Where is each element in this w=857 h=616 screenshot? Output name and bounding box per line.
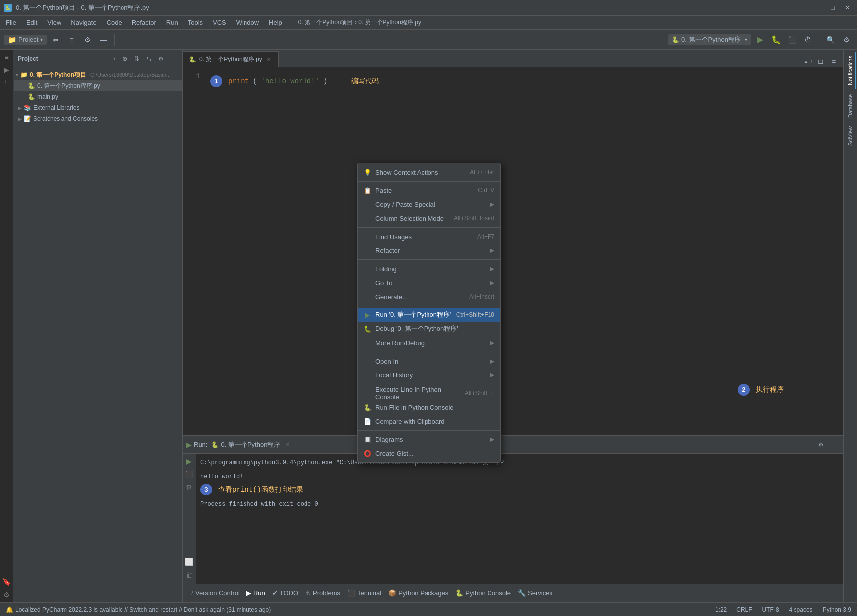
ctx-debug[interactable]: 🐛 Debug '0. 第一个Python程序' — [358, 322, 500, 336]
search-everywhere-button[interactable]: 🔍 — [823, 33, 837, 47]
status-language[interactable]: Python 3.9 — [821, 606, 853, 613]
maximize-button[interactable]: □ — [828, 4, 838, 11]
git-icon[interactable]: ⑂ — [1, 77, 12, 88]
editor-tab-active[interactable]: 🐍 0. 第一个Python程序.py ✕ — [183, 51, 279, 67]
locate-in-tree-button[interactable]: ⊕ — [120, 53, 130, 64]
recent-files-button[interactable]: ≡ — [828, 56, 839, 67]
run-trash-icon[interactable]: 🗑 — [184, 569, 195, 580]
status-encoding[interactable]: UTF-8 — [760, 606, 781, 613]
ctx-column-selection[interactable]: Column Selection Mode Alt+Shift+Insert — [358, 211, 500, 225]
menu-window[interactable]: Window — [232, 18, 263, 27]
ctx-diagrams[interactable]: 🔲 Diagrams ▶ — [358, 432, 500, 446]
project-selector[interactable]: 📁 Project ▾ — [4, 35, 47, 45]
tree-item-py2[interactable]: 🐍 main.py — [14, 91, 182, 102]
menu-help[interactable]: Help — [265, 18, 286, 27]
menu-edit[interactable]: Edit — [22, 18, 41, 27]
expand-all-button[interactable]: ⇔ — [49, 33, 62, 47]
database-panel[interactable]: Database — [845, 90, 856, 122]
run-button[interactable]: ▶ — [753, 33, 767, 47]
annotation-2-text: 执行程序 — [756, 385, 784, 394]
indent-label: 4 spaces — [789, 606, 813, 613]
tree-item-scratches[interactable]: ▶ 📝 Scratches and Consoles — [14, 113, 182, 124]
run-configuration-selector[interactable]: 🐍 0. 第一个Python程序 ▾ — [668, 34, 751, 45]
tab-todo[interactable]: ✔ TODO — [269, 588, 301, 598]
ctx-run[interactable]: ▶ Run '0. 第一个Python程序' Ctrl+Shift+F10 — [358, 308, 500, 322]
ctx-compare-clipboard[interactable]: 📄 Compare with Clipboard — [358, 414, 500, 428]
structure-icon[interactable]: ≡ — [1, 52, 12, 62]
tree-settings-button[interactable]: ⚙ — [155, 53, 166, 64]
menu-file[interactable]: File — [2, 18, 20, 27]
ctx-show-context-actions[interactable]: 💡 Show Context Actions Alt+Enter — [358, 165, 500, 179]
close-button[interactable]: ✕ — [842, 4, 853, 11]
tab-python-packages[interactable]: 📦 Python Packages — [385, 588, 451, 598]
expand-tree-button[interactable]: ⇅ — [131, 53, 142, 64]
tab-label: 0. 第一个Python程序.py — [199, 55, 262, 63]
collapse-tree-button[interactable]: ⇆ — [143, 53, 154, 64]
tree-item-external-libs[interactable]: ▶ 📚 External Libraries — [14, 102, 182, 113]
menu-tools[interactable]: Tools — [184, 18, 207, 27]
run-close-button[interactable]: ✕ — [284, 441, 291, 448]
hide-sidebar-button[interactable]: — — [167, 53, 178, 64]
split-editor-button[interactable]: ⊟ — [815, 56, 826, 67]
menu-view[interactable]: View — [43, 18, 65, 27]
ctx-refactor[interactable]: Refactor ▶ — [358, 244, 500, 257]
notification-text: Localized PyCharm 2022.2.3 is available … — [15, 606, 271, 613]
run-panel-icon[interactable]: ▶ — [1, 64, 12, 75]
tree-item-main-py[interactable]: 🐍 0. 第一个Python程序.py — [14, 80, 182, 91]
minimize-button[interactable]: — — [811, 4, 824, 11]
bottom-gutter-icon[interactable]: ⚙ — [1, 589, 12, 600]
settings-button[interactable]: ⚙ — [80, 33, 94, 47]
profile-button[interactable]: ⏱ — [801, 33, 815, 47]
ctx-goto[interactable]: Go To ▶ — [358, 276, 500, 290]
menu-refactor[interactable]: Refactor — [128, 18, 160, 27]
ctx-paste[interactable]: 📋 Paste Ctrl+V — [358, 184, 500, 197]
bottom-tabs-bar: ⑂ Version Control ▶ Run ✔ TODO ⚠ Problem… — [183, 584, 843, 602]
status-position[interactable]: 1:22 — [713, 606, 729, 613]
menu-code[interactable]: Code — [103, 18, 126, 27]
tab-python-console[interactable]: 🐍 Python Console — [452, 588, 514, 598]
tab-close-button[interactable]: ✕ — [265, 56, 272, 63]
encoding-label: UTF-8 — [762, 606, 779, 613]
ctx-more-run-debug[interactable]: More Run/Debug ▶ — [358, 336, 500, 350]
tab-problems[interactable]: ⚠ Problems — [302, 588, 343, 598]
run-settings-button[interactable]: ⚙ — [815, 439, 826, 450]
coverage-button[interactable]: ⬛ — [785, 33, 799, 47]
run-collapse-button[interactable]: — — [828, 439, 839, 450]
tab-services[interactable]: 🔧 Services — [515, 588, 555, 598]
ctx-open-in[interactable]: Open In ▶ — [358, 354, 500, 368]
ctx-run-file-console[interactable]: 🐍 Run File in Python Console — [358, 400, 500, 414]
tab-version-control[interactable]: ⑂ Version Control — [186, 588, 243, 598]
code-keyword-print: print — [228, 76, 249, 87]
minimize-panel-button[interactable]: — — [96, 33, 110, 47]
menu-navigate[interactable]: Navigate — [67, 18, 100, 27]
collapse-button[interactable]: ≡ — [64, 33, 78, 47]
settings-gear-button[interactable]: ⚙ — [839, 33, 853, 47]
bookmark-icon[interactable]: 🔖 — [1, 576, 12, 587]
tree-root[interactable]: ▾ 📁 0. 第一个Python项目 C:\Users\13600\Deskto… — [14, 69, 182, 80]
run-scroll-icon[interactable]: ⬜ — [184, 556, 195, 567]
ctx-execute-line[interactable]: Execute Line in Python Console Alt+Shift… — [358, 386, 500, 400]
run-play-icon[interactable]: ▶ — [184, 456, 195, 467]
editor-content[interactable]: 1 1 print('hello world!') 编写代码 2 执行程序 — [183, 67, 843, 435]
tab-terminal[interactable]: ⬛ Terminal — [344, 588, 384, 598]
ctx-folding[interactable]: Folding ▶ — [358, 262, 500, 276]
ctx-create-gist[interactable]: ⭕ Create Gist... — [358, 446, 500, 460]
run-settings2-icon[interactable]: ⚙ — [184, 482, 195, 493]
code-area[interactable]: 1 print('hello world!') 编写代码 — [206, 71, 843, 91]
sciview-panel[interactable]: SciView — [845, 123, 856, 150]
ctx-copy-paste-special[interactable]: Copy / Paste Special ▶ — [358, 197, 500, 211]
compare-clipboard-icon: 📄 — [364, 417, 371, 425]
status-notification[interactable]: 🔔 Localized PyCharm 2022.2.3 is availabl… — [4, 606, 273, 613]
run-stop-icon[interactable]: ⬛ — [184, 469, 195, 480]
ctx-generate[interactable]: Generate... Alt+Insert — [358, 290, 500, 304]
status-line-sep[interactable]: CRLF — [735, 606, 754, 613]
ctx-find-usages[interactable]: Find Usages Alt+F7 — [358, 230, 500, 244]
ctx-local-history[interactable]: Local History ▶ — [358, 368, 500, 382]
tab-run[interactable]: ▶ Run — [244, 588, 268, 598]
debug-button[interactable]: 🐛 — [769, 33, 783, 47]
notifications-panel[interactable]: Notifications — [845, 52, 856, 89]
status-indent[interactable]: 4 spaces — [787, 606, 815, 613]
menu-vcs[interactable]: VCS — [209, 18, 230, 27]
menu-run[interactable]: Run — [162, 18, 182, 27]
breadcrumb-file: 0. 第一个Python程序.py — [358, 19, 421, 26]
